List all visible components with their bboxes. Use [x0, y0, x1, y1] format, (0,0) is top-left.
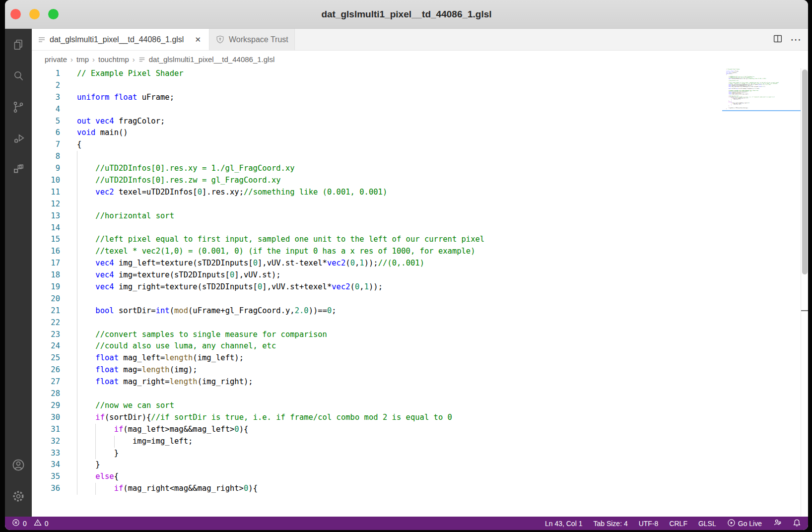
code-line[interactable] [77, 293, 484, 305]
settings-gear-icon[interactable] [5, 482, 32, 511]
tab-workspace-trust[interactable]: Workspace Trust [209, 29, 295, 50]
breadcrumb-item[interactable]: tmp [76, 55, 89, 64]
line-number: 35 [32, 471, 60, 483]
indent-guide [77, 352, 77, 364]
line-number: 22 [32, 317, 60, 329]
line-number: 23 [32, 329, 60, 341]
code-line[interactable]: //convert samples to single measure for … [77, 329, 484, 341]
search-icon[interactable] [5, 62, 32, 90]
code-line[interactable]: vec4 img_left=texture(sTD2DInputs[0],vUV… [77, 258, 484, 269]
accounts-icon[interactable] [5, 451, 32, 479]
line-number: 13 [32, 210, 60, 222]
code-line[interactable]: //could also use luma, any channel, etc [77, 340, 484, 352]
line-number: 16 [32, 246, 60, 258]
code-line[interactable]: } [77, 459, 484, 471]
close-tab-icon[interactable]: ✕ [193, 34, 203, 45]
code-line[interactable]: bool sortDir=int(mod(uFrame+gl_FragCoord… [77, 305, 484, 317]
indent-guide [77, 175, 77, 187]
run-debug-icon[interactable] [5, 124, 32, 153]
indent-guide [77, 293, 77, 305]
code-line[interactable]: out vec4 fragColor; [77, 116, 484, 128]
line-number: 27 [32, 376, 60, 388]
code-line[interactable]: //horizontal sort [77, 210, 484, 222]
bell-icon[interactable] [793, 519, 801, 529]
code-line[interactable] [77, 104, 484, 116]
code-line[interactable] [77, 222, 484, 234]
code-editor[interactable]: 1234567891011121314151617181920212223242… [32, 68, 808, 517]
indent-guide [114, 436, 115, 448]
code-line[interactable]: //uTD2DInfos[0].res.xy = 1./gl_FragCoord… [77, 163, 484, 175]
breadcrumb-item[interactable]: private [45, 55, 67, 64]
code-line[interactable]: // Example Pixel Shader [77, 68, 484, 80]
indent-guide [77, 388, 77, 400]
tab-size-indicator[interactable]: Tab Size: 4 [593, 520, 627, 528]
code-line[interactable] [77, 199, 484, 210]
indent-guide [77, 281, 77, 293]
code-line[interactable]: float mag_right=length(img_right); [77, 376, 484, 388]
code-line[interactable]: if(mag_left>mag&&mag_left>0){ [77, 424, 484, 436]
eol-indicator[interactable]: CRLF [669, 520, 687, 528]
feedback-person-icon[interactable] [773, 518, 782, 529]
minimap[interactable]: // Example Pixel Shaderuniform float uFr… [715, 68, 801, 517]
extensions-icon[interactable] [5, 155, 32, 184]
language-mode[interactable]: GLSL [698, 520, 716, 528]
code-line[interactable]: img=img_left; [77, 436, 484, 448]
line-number: 33 [32, 448, 60, 460]
gutter: 1234567891011121314151617181920212223242… [32, 68, 60, 495]
indent-guide [77, 234, 77, 246]
code-line[interactable]: if(sortDir){//if sortDir is true, i.e. i… [77, 412, 484, 424]
code-line[interactable]: uniform float uFrame; [77, 92, 484, 104]
indent-guide [77, 400, 77, 412]
indent-guide [77, 471, 77, 483]
line-number: 3 [32, 92, 60, 104]
indent-guide [77, 163, 77, 175]
indent-guide [95, 436, 96, 448]
source-control-icon[interactable] [5, 93, 32, 122]
line-number: 9 [32, 163, 60, 175]
code-line[interactable] [77, 80, 484, 92]
code-line[interactable]: vec2 texel=uTD2DInfos[0].res.xy;//someth… [77, 187, 484, 199]
status-bar: 0 0 Ln 43, Col 1 Tab Size: 4 UTF-8 CRLF … [5, 517, 808, 530]
code-line[interactable]: { [77, 139, 484, 151]
code-line[interactable]: } [77, 448, 484, 460]
cursor-position[interactable]: Ln 43, Col 1 [545, 520, 583, 528]
problems-status[interactable]: 0 0 [12, 519, 49, 528]
code-line[interactable]: if(mag_right<mag&&mag_right>0){ [77, 483, 484, 495]
split-editor-icon[interactable] [772, 33, 783, 46]
scrollbar-thumb[interactable] [802, 69, 808, 274]
code-line[interactable] [77, 388, 484, 400]
indent-guide [77, 269, 77, 281]
scrollbar-track[interactable] [801, 68, 808, 517]
explorer-icon[interactable] [5, 30, 32, 59]
encoding-indicator[interactable]: UTF-8 [639, 520, 659, 528]
code-line[interactable]: float mag_left=length(img_left); [77, 352, 484, 364]
code-line[interactable]: float mag=length(img); [77, 364, 484, 376]
code-line[interactable]: void main() [77, 127, 484, 139]
line-number: 24 [32, 340, 60, 352]
breadcrumb-item[interactable]: touchtmp [98, 55, 129, 64]
code-line[interactable]: //uTD2DInfos[0].res.zw = gl_FragCoord.xy [77, 175, 484, 187]
line-number: 19 [32, 281, 60, 293]
indent-guide [95, 448, 96, 460]
line-number: 10 [32, 175, 60, 187]
line-number: 12 [32, 199, 60, 210]
code-line[interactable]: vec4 img=texture(sTD2DInputs[0],vUV.st); [77, 269, 484, 281]
line-number: 18 [32, 269, 60, 281]
more-actions-icon[interactable]: ⋯ [790, 33, 802, 46]
code-line[interactable]: else{ [77, 471, 484, 483]
indent-guide [77, 376, 77, 388]
tab-label: dat_glslmulti1_pixel__td_44086_1.glsl [50, 35, 184, 44]
line-number: 28 [32, 388, 60, 400]
code-line[interactable]: //texel * vec2(1,0) = (0.001, 0) (if the… [77, 246, 484, 258]
code-line[interactable] [77, 317, 484, 329]
code-line[interactable]: //now we can sort [77, 400, 484, 412]
line-number: 31 [32, 424, 60, 436]
code-line[interactable]: //left pixel equal to first input, sampl… [77, 234, 484, 246]
tab-glsl-file[interactable]: dat_glslmulti1_pixel__td_44086_1.glsl ✕ [32, 29, 209, 50]
code-line[interactable]: vec4 img_right=texture(sTD2DInputs[0],vU… [77, 281, 484, 293]
code-line[interactable] [77, 151, 484, 163]
line-number: 17 [32, 258, 60, 269]
line-number: 21 [32, 305, 60, 317]
breadcrumb-file[interactable]: dat_glslmulti1_pixel__td_44086_1.glsl [149, 55, 275, 64]
go-live-button[interactable]: Go Live [727, 519, 762, 529]
